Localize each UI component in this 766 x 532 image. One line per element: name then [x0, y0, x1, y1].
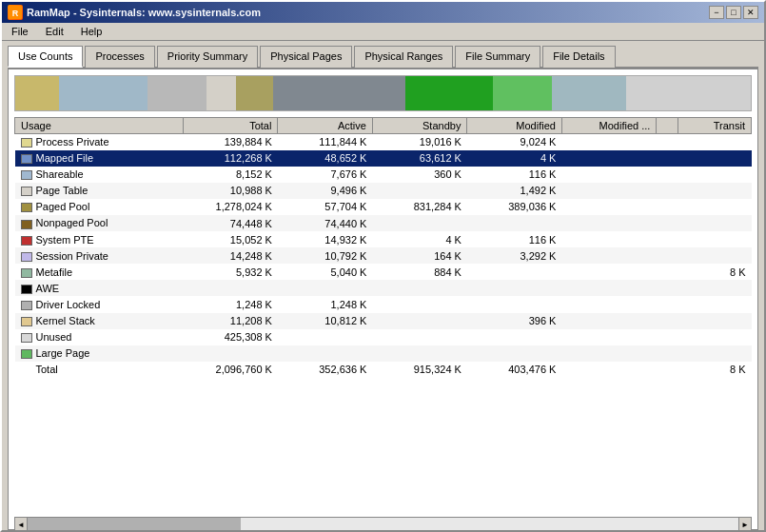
row-label: Total — [36, 364, 58, 375]
color-swatch — [21, 317, 32, 326]
data-cell: 1,248 K — [278, 296, 373, 312]
data-cell — [657, 313, 678, 329]
usage-cell: Total — [15, 362, 184, 378]
data-cell — [278, 345, 373, 362]
data-cell: 15,052 K — [183, 231, 278, 247]
col-header-active: Active — [278, 118, 373, 134]
table-row[interactable]: System PTE15,052 K14,932 K4 K116 K — [15, 231, 752, 247]
data-cell: 389,036 K — [467, 199, 562, 215]
tab-physical-ranges[interactable]: Physical Ranges — [354, 46, 453, 68]
color-swatch — [21, 285, 32, 294]
color-segment — [206, 76, 236, 110]
row-label: Process Private — [36, 136, 109, 148]
tab-priority-summary[interactable]: Priority Summary — [157, 46, 258, 68]
data-cell — [657, 199, 678, 215]
scrollbar-thumb[interactable] — [28, 518, 241, 531]
data-cell — [561, 264, 657, 280]
table-row[interactable]: Process Private139,884 K111,844 K19,016 … — [15, 134, 752, 150]
svg-text:R: R — [12, 9, 19, 18]
data-cell — [183, 280, 278, 296]
data-cell — [657, 247, 678, 264]
col-header-transit: Transit — [678, 118, 751, 134]
maximize-button[interactable]: □ — [726, 6, 741, 19]
color-swatch — [21, 268, 32, 278]
data-cell — [372, 329, 467, 345]
data-cell — [678, 183, 751, 199]
table-row[interactable]: Driver Locked1,248 K1,248 K — [15, 296, 752, 312]
data-cell — [183, 345, 278, 362]
data-cell: 360 K — [372, 167, 467, 183]
row-label: Metafile — [36, 266, 73, 278]
color-swatch — [21, 301, 32, 310]
table-row[interactable]: Kernel Stack11,208 K10,812 K396 K — [15, 313, 752, 329]
data-table-container[interactable]: Usage Total Active Standby Modified Modi… — [14, 117, 752, 514]
menu-bar: File Edit Help — [2, 23, 764, 41]
usage-cell: Unused — [15, 329, 184, 345]
table-row[interactable]: AWE — [15, 280, 752, 296]
usage-cell: Kernel Stack — [15, 313, 184, 329]
tab-file-summary[interactable]: File Summary — [455, 46, 540, 68]
color-swatch — [21, 220, 32, 229]
data-cell: 1,278,024 K — [183, 199, 278, 215]
data-cell — [561, 150, 657, 167]
table-row[interactable]: Paged Pool1,278,024 K57,704 K831,284 K38… — [15, 199, 752, 215]
tab-use-counts[interactable]: Use Counts — [8, 46, 83, 68]
tab-processes[interactable]: Processes — [85, 46, 154, 68]
data-cell — [561, 167, 657, 183]
data-cell: 139,884 K — [183, 134, 278, 150]
data-cell: 74,440 K — [278, 215, 373, 231]
table-row[interactable]: Mapped File112,268 K48,652 K63,612 K4 K — [15, 150, 752, 167]
horizontal-scrollbar[interactable]: ◄ ► — [14, 516, 752, 532]
color-segment — [59, 76, 147, 110]
tab-bar: Use Counts Processes Priority Summary Ph… — [8, 45, 758, 69]
col-header-modified2: Modified ... — [561, 118, 657, 134]
color-segment — [493, 76, 552, 110]
data-cell — [561, 362, 657, 378]
col-header-usage: Usage — [15, 118, 184, 134]
data-cell: 63,612 K — [372, 150, 467, 167]
menu-edit[interactable]: Edit — [42, 25, 68, 38]
data-cell — [561, 280, 657, 296]
usage-cell: Page Table — [15, 183, 184, 199]
usage-cell: System PTE — [15, 231, 184, 247]
data-cell: 884 K — [372, 264, 467, 280]
data-cell — [561, 329, 657, 345]
data-cell: 2,096,760 K — [183, 362, 278, 378]
minimize-button[interactable]: − — [709, 6, 724, 19]
data-cell: 9,024 K — [467, 134, 562, 150]
data-cell — [561, 296, 657, 312]
table-row[interactable]: Session Private14,248 K10,792 K164 K3,29… — [15, 247, 752, 264]
data-cell — [657, 280, 678, 296]
scroll-right-button[interactable]: ► — [738, 517, 752, 532]
data-cell — [467, 345, 562, 362]
data-cell: 352,636 K — [278, 362, 373, 378]
color-segment — [626, 76, 751, 110]
row-label: Shareable — [36, 168, 84, 180]
title-bar: R RamMap - Sysinternals: www.sysinternal… — [2, 2, 764, 23]
data-cell — [372, 183, 467, 199]
data-cell — [657, 183, 678, 199]
tab-file-details[interactable]: File Details — [542, 46, 615, 68]
table-row[interactable]: Nonpaged Pool74,448 K74,440 K — [15, 215, 752, 231]
data-cell — [678, 199, 751, 215]
scrollbar-track[interactable] — [28, 517, 738, 532]
table-row[interactable]: Metafile5,932 K5,040 K884 K8 K — [15, 264, 752, 280]
tab-physical-pages[interactable]: Physical Pages — [260, 46, 352, 68]
color-swatch — [21, 236, 32, 246]
data-cell: 9,496 K — [278, 183, 373, 199]
scroll-left-button[interactable]: ◄ — [14, 517, 28, 532]
data-cell — [678, 296, 751, 312]
table-row[interactable]: Total2,096,760 K352,636 K915,324 K403,47… — [15, 362, 752, 378]
menu-file[interactable]: File — [8, 25, 32, 38]
data-cell: 74,448 K — [183, 215, 278, 231]
menu-help[interactable]: Help — [77, 25, 107, 38]
data-cell: 19,016 K — [372, 134, 467, 150]
table-row[interactable]: Unused425,308 K — [15, 329, 752, 345]
row-label: Large Page — [36, 347, 90, 359]
table-row[interactable]: Page Table10,988 K9,496 K1,492 K — [15, 183, 752, 199]
close-button[interactable]: ✕ — [743, 6, 758, 19]
table-row[interactable]: Shareable8,152 K7,676 K360 K116 K — [15, 167, 752, 183]
row-label: Kernel Stack — [36, 315, 95, 326]
data-cell: 396 K — [467, 313, 562, 329]
table-row[interactable]: Large Page — [15, 345, 752, 362]
